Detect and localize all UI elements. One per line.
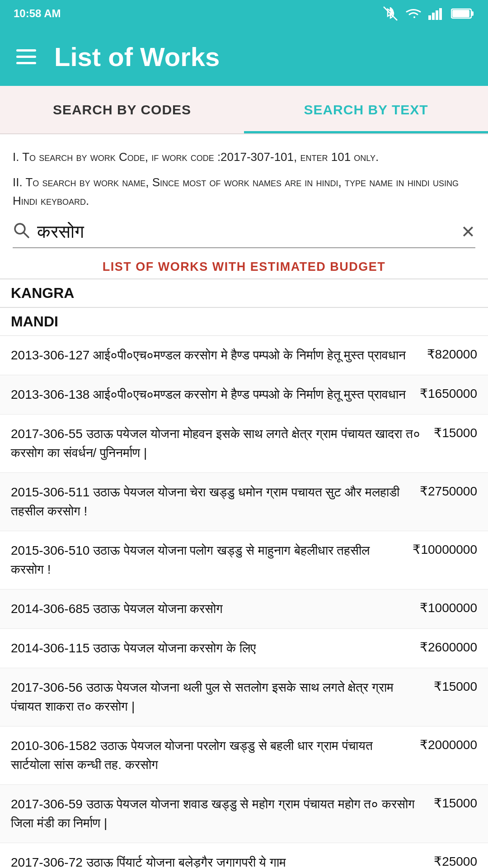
work-description: 2010-306-1582 उठाऊ पेयजल योजना परलोग खड्… [11,736,407,774]
menu-button[interactable] [16,49,36,64]
work-item[interactable]: 2017-306-72 उठाऊ पिंयार्ट योजना बलेड़गैर… [0,843,488,868]
work-item[interactable]: 2015-306-510 उठाऊ पेयजल योजना पलोग खड्डु… [0,531,488,590]
work-item[interactable]: 2013-306-138 आई०पी०एच०मण्डल करसोग मे हैण… [0,375,488,415]
results-label: LIST OF WORKS WITH ESTIMATED BUDGET [0,254,488,278]
work-item[interactable]: 2013-306-127 आई०पी०एच०मण्डल करसोग मे हैण… [0,336,488,375]
work-amount: ₹10000000 [407,541,477,557]
work-item[interactable]: 2010-306-1582 उठाऊ पेयजल योजना परलोग खड्… [0,726,488,785]
search-input[interactable] [37,222,454,242]
clear-search-button[interactable]: ✕ [461,222,475,242]
work-amount: ₹15000 [428,678,477,694]
signal-icon [428,7,445,20]
work-items-list: 2013-306-127 आई०पी०एच०मण्डल करसोग मे हैण… [0,336,488,868]
svg-rect-0 [428,15,431,20]
tab-bar: SEARCH BY CODES SEARCH BY TEXT [0,86,488,134]
work-amount: ₹2600000 [414,639,477,655]
work-description: 2017-306-56 उठाऊ पेयजल योजना थली पुल से … [11,678,421,716]
search-icon [13,222,30,243]
work-description: 2017-306-59 उठाऊ पेयजल योजना शवाड खड्डु … [11,795,421,833]
section-header-mandi: MANDI [0,307,488,335]
tab-search-by-text[interactable]: SEARCH BY TEXT [244,86,488,133]
section-header-kangra: KANGRA [0,279,488,307]
work-amount: ₹25000 [428,853,477,868]
work-description: 2013-306-138 आई०पी०एच०मण्डल करसोग मे हैण… [11,385,407,404]
work-item[interactable]: 2015-306-511 उठाऊ पेयजल योजना चेरा खड्डु… [0,473,488,531]
svg-rect-3 [439,8,442,20]
work-description: 2014-306-115 उठाऊ पेयजल योजना करसोग के ल… [11,639,407,658]
instruction-line-1: I. To search by work Code, if work code … [13,148,475,166]
work-description: 2017-306-72 उठाऊ पिंयार्ट योजना बलेड़गैर… [11,853,421,868]
mute-icon [382,5,399,22]
status-time: 10:58 AM [14,7,61,20]
work-item[interactable]: 2017-306-59 उठाऊ पेयजल योजना शवाड खड्डु … [0,785,488,843]
tab-search-by-codes[interactable]: SEARCH BY CODES [0,86,244,133]
work-item[interactable]: 2017-306-55 उठाऊ पयेजल योजना मोहवन इसके … [0,415,488,473]
svg-rect-5 [471,11,474,16]
app-header: List of Works [0,27,488,86]
work-amount: ₹1000000 [414,599,477,615]
work-item[interactable]: 2014-306-685 उठाऊ पेयजल योजना करसोग ₹100… [0,590,488,629]
work-amount: ₹2750000 [414,483,477,499]
svg-rect-1 [432,13,435,20]
work-amount: ₹15000 [428,425,477,440]
status-bar: 10:58 AM [0,0,488,27]
search-bar: ✕ [13,222,475,248]
battery-icon [451,7,474,20]
work-amount: ₹820000 [422,346,477,362]
svg-line-8 [23,232,28,237]
work-description: 2014-306-685 उठाऊ पेयजल योजना करसोग [11,599,407,618]
work-description: 2015-306-511 उठाऊ पेयजल योजना चेरा खड्डु… [11,483,407,521]
svg-rect-2 [436,10,438,20]
work-description: 2015-306-510 उठाऊ पेयजल योजना पलोग खड्डु… [11,541,400,579]
work-item[interactable]: 2014-306-115 उठाऊ पेयजल योजना करसोग के ल… [0,629,488,668]
wifi-icon [405,7,422,20]
status-icons [382,5,474,22]
work-amount: ₹15000 [428,795,477,811]
page-title: List of Works [54,42,220,72]
svg-rect-6 [452,10,469,17]
instructions-panel: I. To search by work Code, if work code … [0,134,488,218]
instruction-line-2: II. To search by work name, Since most o… [13,173,475,210]
work-amount: ₹2000000 [414,736,477,752]
work-item[interactable]: 2017-306-56 उठाऊ पेयजल योजना थली पुल से … [0,668,488,726]
work-description: 2017-306-55 उठाऊ पयेजल योजना मोहवन इसके … [11,425,421,462]
work-amount: ₹1650000 [414,385,477,401]
work-description: 2013-306-127 आई०पी०एच०मण्डल करसोग मे हैण… [11,346,414,365]
